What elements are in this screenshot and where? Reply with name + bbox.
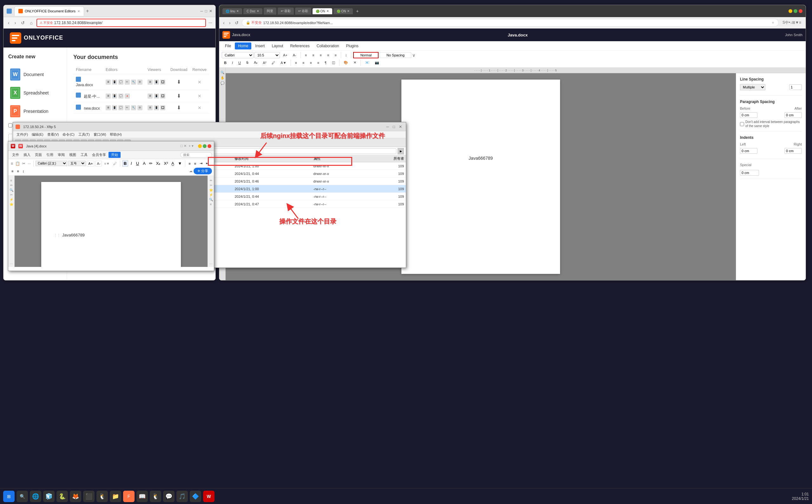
viewer-icon[interactable]: 🔲 (160, 80, 165, 85)
wps-file-menu[interactable]: 文件 (10, 152, 21, 158)
editor-icon[interactable]: ✏ (125, 105, 130, 110)
superscript-btn[interactable]: A² (261, 60, 269, 66)
browser2-tab-ali[interactable]: 阿里 (264, 8, 276, 15)
wps-tool-menu[interactable]: 工具 (79, 152, 89, 158)
editor-icon[interactable]: 🖥 (106, 105, 111, 110)
menu-layout[interactable]: Layout (269, 42, 286, 49)
wps-view-menu[interactable]: 视图 (67, 152, 78, 158)
tab-linu-close[interactable]: ✕ (237, 10, 239, 13)
wps-font-color[interactable]: A (141, 160, 147, 166)
before-value[interactable] (740, 112, 757, 118)
wps-close[interactable] (208, 144, 211, 148)
wps-brush[interactable]: 🖊 (112, 161, 118, 166)
wps-clear-format[interactable]: A̲ (170, 160, 175, 166)
taskbar-intellij[interactable]: 🧊 (43, 491, 55, 502)
wps-align-right2[interactable]: ≡ (16, 169, 20, 174)
right-indent-input[interactable] (784, 148, 802, 154)
list-numbered[interactable]: ≡ (332, 52, 339, 58)
taskbar-xftp[interactable]: F (123, 491, 134, 502)
style-normal[interactable]: Normal (353, 52, 379, 58)
wps-italic-btn[interactable]: I (129, 160, 133, 167)
browser1-refresh[interactable]: ↺ (20, 20, 26, 26)
xftp-maximize[interactable]: □ (392, 125, 396, 129)
align-justify[interactable]: ≡ (315, 60, 322, 66)
editor-icon[interactable]: 📱 (112, 105, 117, 110)
editor-icon[interactable]: 🔺 (125, 94, 130, 99)
editor-icon[interactable]: 🖥 (106, 94, 111, 99)
wps-underline-btn[interactable]: U (134, 160, 140, 167)
sample-checkbox-input[interactable] (8, 123, 12, 127)
browser2-new-tab[interactable]: + (354, 8, 361, 14)
xftp-help-menu[interactable]: 帮助(H) (108, 132, 123, 137)
browser1-close[interactable]: ✕ (209, 9, 212, 13)
font-select[interactable]: Calibri (222, 52, 254, 58)
taskbar-chrome[interactable]: 🌐 (30, 491, 41, 502)
xftp-cmd-menu[interactable]: 命令(C) (61, 132, 76, 137)
wps-bullets[interactable]: ≡ (187, 161, 191, 166)
b2-extensions[interactable]: S中•↓⊞▼≡ (781, 19, 803, 26)
editor-icon[interactable]: 🔧 (131, 80, 136, 85)
wps-new-doc[interactable]: + ▾ (187, 144, 195, 148)
xftp-view-menu[interactable]: 查看(V) (46, 132, 61, 137)
tab-on1-close[interactable]: ✕ (327, 10, 329, 13)
menu-references[interactable]: References (287, 42, 313, 49)
align-left[interactable]: ≡ (293, 60, 299, 66)
insert-table-btn[interactable]: 📧 (363, 59, 372, 66)
spacing-value-input[interactable] (789, 84, 802, 90)
wps-search-input-area[interactable] (180, 152, 212, 158)
browser1-maximize[interactable]: □ (205, 9, 207, 13)
taskbar-search[interactable]: 🔍 (16, 491, 28, 502)
browser1-back[interactable]: ‹ (7, 20, 11, 26)
wps-fontsize-select[interactable]: 五号 (68, 161, 86, 166)
xftp-close[interactable]: ✕ (398, 125, 403, 129)
browser2-tab-rc1[interactable]: ↩ 容彩 (278, 8, 294, 15)
browser1-minimize[interactable]: ─ (200, 9, 203, 13)
taskbar-penguin[interactable]: 🐧 (96, 491, 108, 502)
align-right[interactable]: ≡ (308, 60, 314, 66)
viewer-icon[interactable]: 🖥 (147, 94, 153, 99)
wps-font-adjust[interactable]: A- (95, 161, 102, 166)
wps-home-tab[interactable]: 开始 (108, 152, 120, 158)
viewer-icon[interactable]: 🖥 (147, 105, 153, 110)
browser1-home[interactable]: ⌂ (29, 20, 34, 26)
browser2-maximize[interactable] (794, 9, 797, 13)
wps-bold[interactable]: A+ (87, 161, 94, 166)
editor-icon[interactable]: ⚙ (137, 105, 142, 110)
editor-icon[interactable]: 🖥 (106, 80, 111, 85)
hand-icon[interactable]: ✋ (221, 76, 224, 80)
wps-para-spacing[interactable]: ↕ (21, 169, 26, 174)
download-chaoxing[interactable]: ⬇ (168, 90, 190, 102)
wps-search-title[interactable]: □ ✕ (180, 144, 186, 148)
browser2-tab-doc[interactable]: C Doc ✕ (244, 8, 263, 14)
wps-align-left2[interactable]: ≡ (10, 169, 15, 174)
comment-icon[interactable]: 💬 (221, 81, 224, 85)
wps-font-select[interactable]: Calibri (正文) (36, 161, 67, 166)
highlight-btn[interactable]: 🖊 (270, 60, 277, 66)
remove-chaoxing[interactable]: ✕ (190, 90, 209, 102)
after-value[interactable] (784, 112, 802, 118)
wps-cloud[interactable]: ☁ (189, 169, 192, 173)
clear-style[interactable]: ✕ (351, 59, 359, 66)
wps-indent-out[interactable]: ⇤ (205, 161, 210, 166)
font-decrement[interactable]: A- (291, 52, 299, 58)
viewer-icon[interactable]: 📱 (154, 94, 159, 99)
xftp-file-menu[interactable]: 文件(F) (15, 132, 29, 137)
styles-expand[interactable]: ∨ (412, 53, 415, 58)
wps-minimize[interactable] (198, 144, 202, 148)
style-no-spacing[interactable]: No Spacing (380, 52, 411, 58)
xftp-tool-menu[interactable]: 工具(T) (77, 132, 91, 137)
browser2-tab-on1[interactable]: 🟢 ON ✕ (313, 8, 332, 14)
taskbar-wechat[interactable]: 💬 (163, 491, 174, 502)
tab-doc-close[interactable]: ✕ (257, 10, 259, 13)
viewer-icon[interactable]: 📱 (154, 80, 159, 85)
editor-icon[interactable]: ⚙ (137, 80, 142, 85)
fontcolor-btn[interactable]: A▼ (278, 60, 289, 66)
b2-refresh[interactable]: ↺ (234, 20, 240, 26)
line-spacing[interactable]: ↕ (343, 52, 349, 58)
start-button[interactable]: ⊞ (3, 491, 15, 502)
menu-file[interactable]: File (222, 42, 234, 49)
wps-superscript[interactable]: X² (162, 160, 169, 166)
editor-icon[interactable]: 📱 (112, 80, 117, 85)
wps-subscript[interactable]: X₂ (155, 160, 162, 166)
wps-format-paste[interactable]: ✂ (22, 161, 26, 166)
